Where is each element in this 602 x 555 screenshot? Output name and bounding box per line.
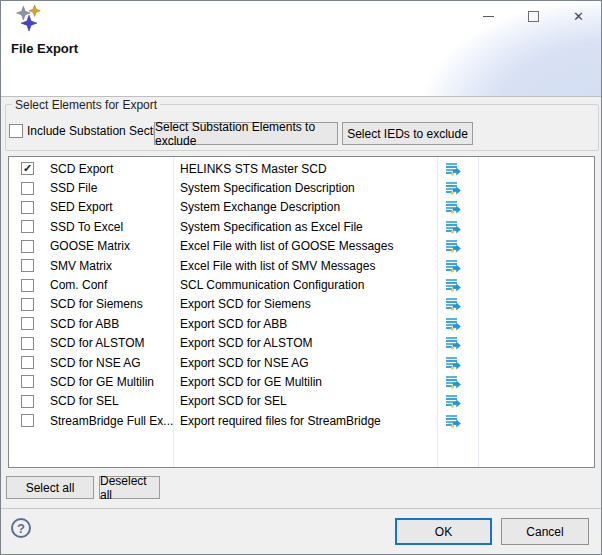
row-name: SMV Matrix xyxy=(50,259,112,273)
help-icon: ? xyxy=(17,521,25,536)
table-row[interactable]: SCD for SEL Export SCD for SEL xyxy=(9,392,594,411)
select-elements-group: Select Elements for Export Include Subst… xyxy=(5,104,599,151)
row-checkbox[interactable] xyxy=(21,240,34,253)
row-checkbox[interactable] xyxy=(21,356,34,369)
export-config-icon[interactable] xyxy=(445,393,461,409)
row-name: SCD for NSE AG xyxy=(50,356,141,370)
row-description: System Specification Description xyxy=(180,181,355,195)
row-description: Export SCD for NSE AG xyxy=(180,356,309,370)
row-description: System Specification as Excel File xyxy=(180,220,363,234)
row-name: SED Export xyxy=(50,200,113,214)
row-description: Export SCD for ALSTOM xyxy=(180,336,313,350)
table-row[interactable]: SSD File System Specification Descriptio… xyxy=(9,178,594,197)
export-options-table[interactable]: ✓ SCD Export HELINKS STS Master SCD SSD … xyxy=(8,156,595,468)
row-checkbox[interactable] xyxy=(21,395,34,408)
row-checkbox[interactable] xyxy=(21,317,34,330)
row-checkbox[interactable] xyxy=(21,220,34,233)
row-checkbox[interactable] xyxy=(21,298,34,311)
row-description: SCL Communication Configuration xyxy=(180,278,364,292)
include-substation-row: Include Substation Section xyxy=(9,124,169,138)
table-row[interactable]: SED Export System Exchange Description xyxy=(9,198,594,217)
row-description: Excel File with list of GOOSE Messages xyxy=(180,239,393,253)
include-substation-label: Include Substation Section xyxy=(27,124,169,138)
row-name: SCD for ALSTOM xyxy=(50,336,144,350)
footer-separator xyxy=(1,508,601,509)
export-config-icon[interactable] xyxy=(445,355,461,371)
row-checkbox[interactable] xyxy=(21,182,34,195)
export-config-icon[interactable] xyxy=(445,219,461,235)
select-substation-elements-button[interactable]: Select Substation Elements to exclude xyxy=(154,122,338,145)
export-config-icon[interactable] xyxy=(445,199,461,215)
row-description: Export SCD for SEL xyxy=(180,394,287,408)
export-config-icon[interactable] xyxy=(445,374,461,390)
row-name: SCD for SEL xyxy=(50,394,119,408)
maximize-icon xyxy=(528,11,539,22)
row-description: Export SCD for Siemens xyxy=(180,297,311,311)
row-description: Export SCD for ABB xyxy=(180,317,287,331)
export-config-icon[interactable] xyxy=(445,413,461,429)
row-name: SSD File xyxy=(50,181,97,195)
group-label: Select Elements for Export xyxy=(12,98,160,112)
table-row[interactable]: SCD for ABB Export SCD for ABB xyxy=(9,314,594,333)
titlebar[interactable]: ✕ xyxy=(1,1,601,33)
row-name: SCD for ABB xyxy=(50,317,119,331)
row-checkbox[interactable]: ✓ xyxy=(21,162,34,175)
close-button[interactable]: ✕ xyxy=(556,1,601,31)
page-title: File Export xyxy=(11,41,78,56)
select-all-button[interactable]: Select all xyxy=(6,476,94,499)
row-description: Export SCD for GE Multilin xyxy=(180,375,322,389)
row-description: HELINKS STS Master SCD xyxy=(180,162,327,176)
close-icon: ✕ xyxy=(573,10,584,23)
helinks-sts-logo-icon xyxy=(15,4,43,31)
select-ieds-button[interactable]: Select IEDs to exclude xyxy=(342,122,473,145)
export-config-icon[interactable] xyxy=(445,258,461,274)
export-config-icon[interactable] xyxy=(445,335,461,351)
table-row[interactable]: SMV Matrix Excel File with list of SMV M… xyxy=(9,256,594,275)
minimize-button[interactable] xyxy=(466,1,511,31)
row-name: Com. Conf xyxy=(50,278,107,292)
maximize-button[interactable] xyxy=(511,1,556,31)
export-config-icon[interactable] xyxy=(445,316,461,332)
table-row[interactable]: Com. Conf SCL Communication Configuratio… xyxy=(9,275,594,294)
export-config-icon[interactable] xyxy=(445,180,461,196)
row-checkbox[interactable] xyxy=(21,279,34,292)
row-checkbox[interactable] xyxy=(21,201,34,214)
row-name: SCD for Siemens xyxy=(50,297,143,311)
include-substation-checkbox[interactable] xyxy=(9,124,23,138)
table-row[interactable]: SCD for ALSTOM Export SCD for ALSTOM xyxy=(9,334,594,353)
minimize-icon xyxy=(483,16,494,17)
row-checkbox[interactable] xyxy=(21,337,34,350)
help-button[interactable]: ? xyxy=(11,518,31,538)
table-row[interactable]: SSD To Excel System Specification as Exc… xyxy=(9,217,594,236)
export-table-rows: ✓ SCD Export HELINKS STS Master SCD SSD … xyxy=(9,159,594,430)
row-description: System Exchange Description xyxy=(180,200,340,214)
row-checkbox[interactable] xyxy=(21,414,34,427)
table-row[interactable]: SCD for Siemens Export SCD for Siemens xyxy=(9,295,594,314)
row-checkbox[interactable] xyxy=(21,259,34,272)
table-row[interactable]: ✓ SCD Export HELINKS STS Master SCD xyxy=(9,159,594,178)
export-config-icon[interactable] xyxy=(445,296,461,312)
table-row[interactable]: GOOSE Matrix Excel File with list of GOO… xyxy=(9,237,594,256)
row-name: SSD To Excel xyxy=(50,220,123,234)
deselect-all-button[interactable]: Deselect all xyxy=(99,476,160,499)
ok-button[interactable]: OK xyxy=(395,518,492,545)
cancel-button[interactable]: Cancel xyxy=(501,518,589,545)
table-row[interactable]: SCD for NSE AG Export SCD for NSE AG xyxy=(9,353,594,372)
table-row[interactable]: SCD for GE Multilin Export SCD for GE Mu… xyxy=(9,372,594,391)
row-description: Excel File with list of SMV Messages xyxy=(180,259,375,273)
row-name: GOOSE Matrix xyxy=(50,239,130,253)
window-controls: ✕ xyxy=(466,1,601,31)
file-export-dialog: ✕ File Export Select Elements for Export… xyxy=(0,0,602,555)
dialog-banner: ✕ File Export xyxy=(1,1,601,97)
row-name: SCD for GE Multilin xyxy=(50,375,154,389)
export-config-icon[interactable] xyxy=(445,161,461,177)
row-description: Export required files for StreamBridge xyxy=(180,414,381,428)
row-name: SCD Export xyxy=(50,162,113,176)
export-config-icon[interactable] xyxy=(445,238,461,254)
export-config-icon[interactable] xyxy=(445,277,461,293)
row-name: StreamBridge Full Ex... xyxy=(50,414,173,428)
row-checkbox[interactable] xyxy=(21,375,34,388)
table-row[interactable]: StreamBridge Full Ex... Export required … xyxy=(9,411,594,430)
